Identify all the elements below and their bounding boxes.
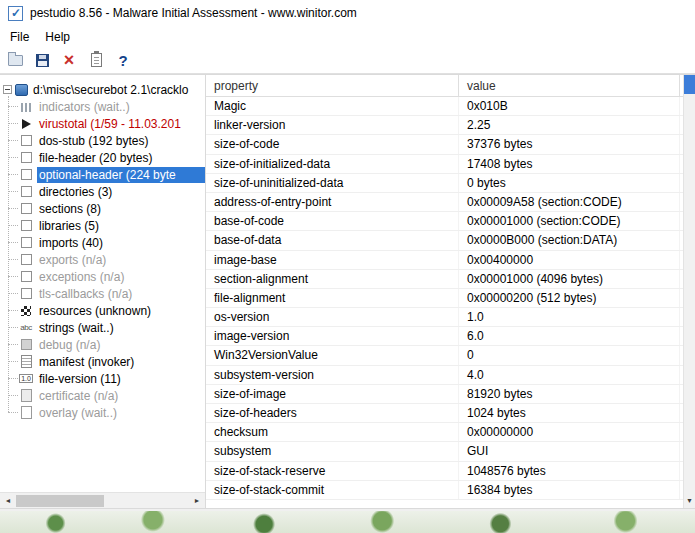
value-cell: 0x00009A58 (section:CODE) (459, 193, 680, 211)
scroll-right-icon[interactable] (189, 493, 205, 509)
table-row[interactable]: size-of-stack-reserve1048576 bytes (206, 462, 683, 481)
table-row[interactable]: base-of-data0x0000B000 (section:DATA) (206, 231, 683, 250)
value-cell: 0 bytes (459, 174, 680, 192)
delete-icon (64, 53, 75, 67)
indicators-icon (19, 100, 33, 113)
tree-item-label: certificate (n/a) (37, 388, 205, 404)
tree-item-certificate[interactable]: certificate (n/a) (0, 387, 205, 404)
table-row[interactable]: image-base0x00400000 (206, 251, 683, 270)
table-row[interactable]: subsystemGUI (206, 442, 683, 461)
tree-item-overlay[interactable]: overlay (wait..) (0, 404, 205, 421)
table-row[interactable]: file-alignment0x00000200 (512 bytes) (206, 289, 683, 308)
tree-item-dos-stub[interactable]: dos-stub (192 bytes) (0, 132, 205, 149)
title-bar[interactable]: pestudio 8.56 - Malware Initial Assessme… (0, 0, 695, 26)
tree-children: indicators (wait..)virustotal (1/59 - 11… (0, 98, 205, 421)
tree-item-optional-header[interactable]: optional-header (224 byte (0, 166, 205, 183)
column-header-value[interactable]: value (459, 75, 680, 96)
property-cell: Win32VersionValue (206, 346, 459, 364)
menu-file[interactable]: File (2, 28, 37, 46)
tree-item-file-header[interactable]: file-header (20 bytes) (0, 149, 205, 166)
table-row[interactable]: linker-version2.25 (206, 116, 683, 135)
tree-item-exports[interactable]: exports (n/a) (0, 251, 205, 268)
tree-item-label: optional-header (224 byte (37, 167, 205, 183)
value-cell: 0x00000200 (512 bytes) (459, 289, 680, 307)
table-row[interactable]: checksum0x00000000 (206, 423, 683, 442)
copy-button[interactable] (86, 50, 106, 70)
horizontal-scroll-thumb[interactable] (16, 495, 104, 507)
vertical-scrollbar[interactable] (683, 75, 695, 508)
table-row[interactable]: Magic0x010B (206, 97, 683, 116)
property-cell: base-of-code (206, 212, 459, 230)
table-row[interactable]: base-of-code0x00001000 (section:CODE) (206, 212, 683, 231)
table-row[interactable]: address-of-entry-point0x00009A58 (sectio… (206, 193, 683, 212)
toolbar (0, 47, 695, 74)
tree-item-imports[interactable]: imports (40) (0, 234, 205, 251)
table-row[interactable]: size-of-initialized-data17408 bytes (206, 155, 683, 174)
table-row[interactable]: os-version1.0 (206, 308, 683, 327)
scroll-left-icon[interactable] (0, 493, 16, 509)
tree-item-resources[interactable]: resources (unknown) (0, 302, 205, 319)
property-cell: size-of-uninitialized-data (206, 174, 459, 192)
tree-item-virustotal[interactable]: virustotal (1/59 - 11.03.201 (0, 115, 205, 132)
value-cell: 0x010B (459, 97, 680, 115)
tree-item-debug[interactable]: debug (n/a) (0, 336, 205, 353)
tree-item-label: tls-callbacks (n/a) (37, 286, 205, 302)
resources-icon (19, 304, 33, 317)
tree-item-label: exceptions (n/a) (37, 269, 205, 285)
table-row[interactable]: size-of-headers1024 bytes (206, 404, 683, 423)
property-cell: checksum (206, 423, 459, 441)
open-file-button[interactable] (5, 50, 25, 70)
column-header-property[interactable]: property (206, 75, 459, 96)
value-cell: 0x00400000 (459, 251, 680, 269)
file-version-icon (19, 372, 33, 385)
property-cell: subsystem-version (206, 366, 459, 384)
tree-item-tls-callbacks[interactable]: tls-callbacks (n/a) (0, 285, 205, 302)
tree-pane: d:\misc\securebot 2.1\cracklo indicators… (0, 75, 206, 508)
value-cell: 0x00001000 (section:CODE) (459, 212, 680, 230)
table-row[interactable]: size-of-image81920 bytes (206, 385, 683, 404)
menu-help[interactable]: Help (37, 28, 78, 46)
vertical-scroll-thumb[interactable] (684, 75, 695, 94)
tree-item-directories[interactable]: directories (3) (0, 183, 205, 200)
table-row[interactable]: size-of-uninitialized-data0 bytes (206, 174, 683, 193)
close-file-button[interactable] (59, 50, 79, 70)
table-row[interactable]: size-of-code37376 bytes (206, 135, 683, 154)
checkbox-icon (19, 287, 33, 300)
tree-item-indicators[interactable]: indicators (wait..) (0, 98, 205, 115)
value-cell: 0 (459, 346, 680, 364)
table-row[interactable]: image-version6.0 (206, 327, 683, 346)
tree-root-item[interactable]: d:\misc\securebot 2.1\cracklo (0, 81, 205, 98)
tree-item-manifest[interactable]: manifest (invoker) (0, 353, 205, 370)
main-content: d:\misc\securebot 2.1\cracklo indicators… (0, 74, 695, 508)
tree-item-file-version[interactable]: file-version (11) (0, 370, 205, 387)
copy-icon (91, 53, 102, 67)
checkbox-icon (19, 219, 33, 232)
table-body: Magic0x010Blinker-version2.25size-of-cod… (206, 97, 683, 500)
help-button[interactable] (113, 50, 133, 70)
tree-item-strings[interactable]: strings (wait..) (0, 319, 205, 336)
table-row[interactable]: section-alignment0x00001000 (4096 bytes) (206, 270, 683, 289)
tree-item-label: indicators (wait..) (37, 99, 205, 115)
tree-item-sections[interactable]: sections (8) (0, 200, 205, 217)
tree-horizontal-scrollbar[interactable] (0, 492, 205, 508)
value-cell: 0x00001000 (4096 bytes) (459, 270, 680, 288)
desktop-background (0, 511, 695, 533)
collapse-expander-icon[interactable] (3, 85, 12, 94)
save-report-button[interactable] (32, 50, 52, 70)
virustotal-icon (19, 117, 33, 130)
tree-item-exceptions[interactable]: exceptions (n/a) (0, 268, 205, 285)
pestudio-app-icon (8, 6, 23, 21)
folder-icon (8, 55, 23, 66)
tree-item-libraries[interactable]: libraries (5) (0, 217, 205, 234)
property-cell: size-of-stack-reserve (206, 462, 459, 480)
tree-item-label: sections (8) (37, 201, 205, 217)
scroll-down-icon[interactable] (684, 493, 695, 508)
value-cell: 1.0 (459, 308, 680, 326)
window-title: pestudio 8.56 - Malware Initial Assessme… (30, 6, 357, 20)
help-icon (118, 52, 127, 69)
tree-item-label: exports (n/a) (37, 252, 205, 268)
table-row[interactable]: size-of-stack-commit16384 bytes (206, 481, 683, 500)
value-cell: 0x0000B000 (section:DATA) (459, 231, 680, 249)
table-row[interactable]: subsystem-version4.0 (206, 366, 683, 385)
table-row[interactable]: Win32VersionValue0 (206, 346, 683, 365)
